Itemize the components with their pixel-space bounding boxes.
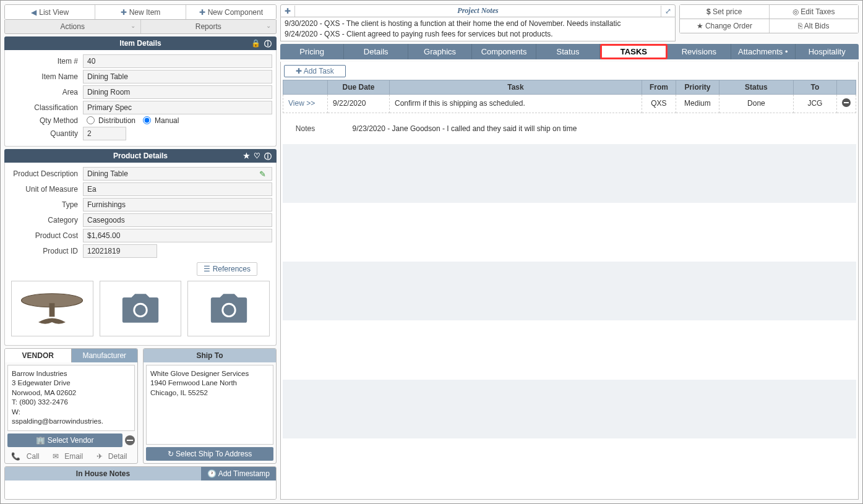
- info-icon[interactable]: ⓘ: [264, 152, 272, 162]
- classification-label: Classification: [9, 103, 83, 112]
- quantity-field[interactable]: 2: [83, 127, 126, 140]
- task-description: Confirm if this is shipping as scheduled…: [390, 94, 642, 113]
- pencil-icon[interactable]: ✎: [259, 169, 266, 179]
- col-task[interactable]: Task: [390, 80, 642, 94]
- camera-icon: [207, 291, 251, 325]
- vendor-tab[interactable]: VENDOR: [5, 349, 72, 362]
- change-order-button[interactable]: ★ Change Order: [680, 19, 770, 33]
- product-desc-label: Product Description: [9, 169, 83, 178]
- info-icon[interactable]: ⓘ: [264, 39, 272, 49]
- delete-task-button[interactable]: [842, 98, 851, 107]
- refresh-icon: ↻: [168, 450, 174, 458]
- qty-distribution-radio[interactable]: [87, 116, 95, 124]
- target-icon: ◎: [792, 7, 799, 16]
- uom-field[interactable]: Ea: [83, 182, 272, 196]
- task-due-date: 9/22/2020: [328, 94, 390, 113]
- add-project-note-button[interactable]: ✚: [281, 6, 295, 17]
- star-icon[interactable]: ★: [243, 152, 250, 162]
- tab-components[interactable]: Components: [472, 44, 536, 59]
- product-desc-field[interactable]: Dining Table: [83, 167, 272, 181]
- col-to[interactable]: To: [793, 80, 836, 94]
- svg-point-3: [135, 305, 146, 316]
- product-image[interactable]: [11, 281, 93, 336]
- alt-bids-button[interactable]: ⎘ Alt Bids: [770, 19, 859, 33]
- vendor-address: Barrow Industries 3 Edgewater Drive Norw…: [7, 365, 135, 431]
- category-field[interactable]: Casegoods: [83, 213, 272, 227]
- manufacturer-tab[interactable]: Manufacturer: [72, 349, 138, 362]
- type-field[interactable]: Furnishings: [83, 198, 272, 211]
- project-notes-body[interactable]: 9/30/2020 - QXS - The client is hosting …: [280, 17, 676, 41]
- actions-dropdown[interactable]: Actions: [5, 20, 141, 33]
- tab-attachments[interactable]: Attachments •: [731, 44, 795, 59]
- qty-distribution-label: Distribution: [98, 116, 135, 125]
- set-price-button[interactable]: $ Set price: [680, 5, 770, 19]
- dollar-icon: $: [706, 7, 711, 16]
- add-task-button[interactable]: ✚ Add Task: [284, 65, 346, 77]
- product-details-header: Product Details ★ ♡ ⓘ: [4, 149, 277, 163]
- table-image-icon: [18, 287, 86, 330]
- tab-pricing[interactable]: Pricing: [280, 44, 344, 59]
- tab-tasks[interactable]: TASKS: [600, 44, 667, 59]
- item-name-label: Item Name: [9, 72, 83, 81]
- list-icon: ☰: [204, 265, 210, 273]
- lock-icon[interactable]: 🔒: [251, 39, 260, 49]
- call-link[interactable]: 📞 Call: [11, 452, 43, 461]
- heart-icon[interactable]: ♡: [254, 152, 260, 162]
- in-house-notes-title: In House Notes: [5, 467, 201, 481]
- building-icon: 🏢: [36, 436, 45, 445]
- item-num-label: Item #: [9, 57, 83, 66]
- add-image-2[interactable]: [187, 281, 270, 336]
- pid-label: Product ID: [9, 247, 83, 255]
- tab-status[interactable]: Status: [536, 44, 600, 59]
- tasks-table: Due Date Task From Priority Status To Vi…: [283, 80, 856, 144]
- col-from[interactable]: From: [642, 80, 676, 94]
- project-notes-title: Project Notes: [295, 5, 661, 17]
- new-item-button[interactable]: ✚New Item: [95, 5, 186, 19]
- col-priority[interactable]: Priority: [676, 80, 719, 94]
- tab-details[interactable]: Details: [344, 44, 408, 59]
- qty-method-label: Qty Method: [9, 116, 83, 125]
- ship-to-panel: Ship To White Glove Designer Services 19…: [143, 348, 277, 464]
- clock-icon: 🕐: [207, 469, 217, 478]
- area-label: Area: [9, 88, 83, 96]
- in-house-notes-textarea[interactable]: [5, 481, 276, 499]
- col-due-date[interactable]: Due Date: [328, 80, 390, 94]
- view-task-link[interactable]: View >>: [283, 94, 328, 113]
- pid-field[interactable]: 12021819: [83, 244, 157, 258]
- arrow-left-icon: ◀: [31, 8, 36, 17]
- cost-label: Product Cost: [9, 231, 83, 240]
- star-icon: ★: [697, 22, 703, 30]
- reports-dropdown[interactable]: Reports: [141, 20, 277, 33]
- new-component-button[interactable]: ✚New Component: [186, 5, 276, 19]
- plus-circle-icon: ✚: [199, 8, 205, 17]
- plus-circle-icon: ✚: [121, 8, 127, 17]
- project-note-line: 9/30/2020 - QXS - The client is hosting …: [285, 19, 671, 29]
- qty-manual-radio[interactable]: [143, 116, 151, 124]
- task-from: QXS: [642, 94, 676, 113]
- tab-graphics[interactable]: Graphics: [408, 44, 472, 59]
- references-button[interactable]: ☰ References: [197, 262, 257, 276]
- expand-notes-button[interactable]: ⤢: [661, 6, 675, 17]
- add-image-1[interactable]: [100, 281, 182, 336]
- cost-field[interactable]: $1,645.00: [83, 229, 272, 242]
- list-view-button[interactable]: ◀List View: [5, 5, 95, 19]
- col-status[interactable]: Status: [719, 80, 793, 94]
- tab-revisions[interactable]: Revisions: [668, 44, 731, 59]
- item-num-field[interactable]: 40: [83, 54, 272, 68]
- task-row[interactable]: View >> 9/22/2020 Confirm if this is shi…: [283, 94, 856, 113]
- task-notes-label: Notes: [283, 113, 328, 144]
- copy-icon: ⎘: [798, 22, 802, 30]
- area-field[interactable]: Dining Room: [83, 85, 272, 99]
- task-status: Done: [719, 94, 793, 113]
- svg-rect-1: [49, 303, 55, 317]
- remove-vendor-button[interactable]: [125, 435, 135, 445]
- add-timestamp-button[interactable]: 🕐 Add Timestamp: [201, 467, 276, 481]
- edit-taxes-button[interactable]: ◎ Edit Taxes: [770, 5, 859, 19]
- detail-link[interactable]: ✈ Detail: [97, 452, 131, 461]
- email-link[interactable]: ✉ Email: [53, 452, 87, 461]
- tab-hospitality[interactable]: Hospitality: [796, 44, 859, 59]
- select-ship-to-button[interactable]: ↻ Select Ship To Address: [146, 447, 273, 461]
- select-vendor-button[interactable]: 🏢 Select Vendor: [7, 434, 122, 447]
- classification-field[interactable]: Primary Spec: [83, 101, 272, 114]
- item-name-field[interactable]: Dining Table: [83, 70, 272, 83]
